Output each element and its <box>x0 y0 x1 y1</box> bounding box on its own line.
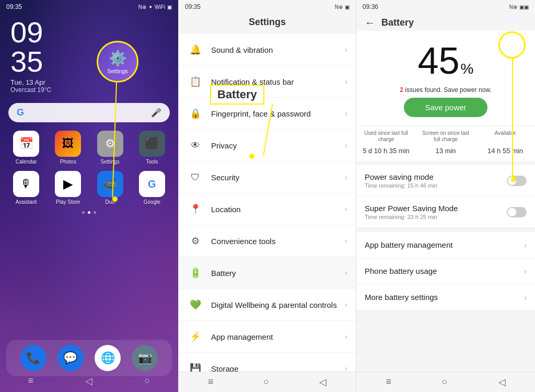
clock-display: 09 35 <box>10 18 168 76</box>
app-calendar[interactable]: 📅 Calendar <box>8 131 44 165</box>
app-battery-chevron: › <box>524 241 527 249</box>
issues-count: 2 <box>400 86 403 94</box>
app-settings[interactable]: ⚙ Settings <box>92 131 128 165</box>
dock-camera[interactable]: 📷 <box>129 345 161 371</box>
settings-item-sound[interactable]: 🔔 Sound & vibration › <box>179 34 356 66</box>
camera-icon: 📷 <box>132 345 158 371</box>
settings-item-security[interactable]: 🛡 Security › <box>179 162 356 193</box>
power-saving-title: Power saving mode <box>365 172 507 181</box>
settings-nav-back[interactable]: ◁ <box>319 376 327 388</box>
wifi-icon: WiFi <box>155 4 165 10</box>
fingerprint-icon: 🔒 <box>187 105 204 122</box>
app-duo[interactable]: 📹 Duo <box>92 171 128 205</box>
nav-menu[interactable]: ≡ <box>28 375 34 387</box>
power-saving-row: Power saving mode Time remaining: 15 h 4… <box>356 165 535 197</box>
app-photos[interactable]: 🖼 Photos <box>50 131 86 165</box>
settings-item-appmanagement[interactable]: ⚡ App management › <box>179 321 356 353</box>
nav-back[interactable]: ◁ <box>85 375 92 387</box>
status-time-settings: 09:35 <box>185 3 201 10</box>
mic-icon[interactable]: 🎤 <box>151 108 161 118</box>
stat-available: Available 14 h 55 min <box>475 130 535 155</box>
power-saving-toggle[interactable] <box>507 176 527 186</box>
settings-wifi-icon: ▣ <box>345 4 350 10</box>
battery-panel: 09:36 N⊕ ▣▣ ← Battery 45 % 2 issues foun… <box>356 0 535 392</box>
battery-nav-menu[interactable]: ≡ <box>386 376 391 388</box>
phone-icon: 📞 <box>20 345 46 371</box>
location-icon: 📍 <box>187 201 204 217</box>
weather-display: Overcast 19°C <box>10 86 168 94</box>
page-dots <box>0 211 178 214</box>
battery-stats-row: Used since last full charge 5 d 10 h 35 … <box>356 125 535 161</box>
app-grid-row2: 🎙 Assistant ▶ Play Store 📹 Duo G Google <box>0 169 178 207</box>
more-battery-row[interactable]: More battery settings › <box>356 284 535 310</box>
app-playstore[interactable]: ▶ Play Store <box>50 171 86 205</box>
status-bar-battery: 09:36 N⊕ ▣▣ <box>356 0 535 13</box>
clock-hour: 09 <box>10 16 43 49</box>
convenience-label: Convenience tools <box>211 237 345 246</box>
settings-item-storage[interactable]: 💾 Storage › <box>179 353 356 374</box>
save-power-button[interactable]: Save power <box>404 98 487 117</box>
wellbeing-icon: 💚 <box>187 296 204 313</box>
settings-panel: 09:35 N⊕ ▣ Settings Battery 🔔 Sound & vi… <box>178 0 356 392</box>
settings-item-fingerprint[interactable]: 🔒 Fingerprint, face & password › <box>179 98 356 130</box>
settings-item-battery[interactable]: 🔋 Battery › <box>179 257 356 289</box>
battery-icon-home: ▣ <box>167 4 172 10</box>
dock-phone[interactable]: 📞 <box>17 345 50 371</box>
settings-item-notification[interactable]: 📋 Notification & status bar › <box>179 66 356 98</box>
search-bar[interactable]: G 🎤 <box>8 103 170 122</box>
power-saving-text: Power saving mode Time remaining: 15 h 4… <box>365 172 507 189</box>
status-bar-home: 09:35 N⊕ ✦ WiFi ▣ <box>0 0 178 13</box>
super-saving-toggle[interactable] <box>507 207 527 217</box>
settings-title: Settings <box>179 13 356 34</box>
stat-used: Used since last full charge 5 d 10 h 35 … <box>356 130 416 155</box>
power-saving-sub: Time remaining: 15 h 46 min <box>365 182 507 189</box>
home-dock: 📞 💬 🌐 📷 <box>6 340 172 376</box>
settings-signal-icon: N⊕ <box>335 4 343 10</box>
battery-navbar: ≡ ○ ◁ <box>356 372 535 392</box>
settings-icon-circle[interactable]: ⚙️ Settings <box>97 41 138 83</box>
battery-annotation-box: Battery <box>210 85 264 105</box>
settings-item-wellbeing[interactable]: 💚 Digital Wellbeing & parental controls … <box>179 289 356 321</box>
settings-app-label: Settings <box>101 159 120 165</box>
battery-nav-home[interactable]: ○ <box>442 376 448 388</box>
settings-item-location[interactable]: 📍 Location › <box>179 193 356 225</box>
settings-nav-home[interactable]: ○ <box>263 376 269 388</box>
dock-chrome[interactable]: 🌐 <box>91 345 124 371</box>
nav-home[interactable]: ○ <box>145 375 150 387</box>
appmanagement-icon: ⚡ <box>187 328 204 345</box>
calendar-icon: 📅 <box>13 131 39 157</box>
app-tools[interactable]: ⬛ Tools <box>134 131 170 165</box>
google-logo: G <box>17 107 24 118</box>
assistant-label: Assistant <box>16 199 37 205</box>
settings-nav-menu[interactable]: ≡ <box>208 376 214 388</box>
app-grid-row1: 📅 Calendar 🖼 Photos ⚙ Settings ⬛ Tools <box>0 126 178 169</box>
stat-screen: Screen on since last full charge 13 min <box>416 130 475 155</box>
home-navbar: ≡ ◁ ○ <box>0 373 178 389</box>
app-google[interactable]: G Google <box>134 171 170 205</box>
battery-menu-label: Battery <box>211 269 345 278</box>
back-button[interactable]: ← <box>365 17 375 29</box>
playstore-label: Play Store <box>56 199 80 205</box>
battery-nav-back[interactable]: ◁ <box>498 376 506 388</box>
stat-screen-value: 13 min <box>419 147 472 155</box>
app-battery-row[interactable]: App battery management › <box>356 232 535 258</box>
battery-menu-icon: 🔋 <box>187 264 204 281</box>
settings-annotation: ⚙️ Settings <box>97 41 138 83</box>
app-assistant[interactable]: 🎙 Assistant <box>8 171 44 205</box>
battery-annotation-text: Battery <box>217 88 257 101</box>
phone-battery-row[interactable]: Phone battery usage › <box>356 258 535 284</box>
settings-item-convenience[interactable]: ⚙ Convenience tools › <box>179 225 356 257</box>
stat-available-value: 14 h 55 min <box>479 147 532 155</box>
status-bar-settings: 09:35 N⊕ ▣ <box>179 0 356 13</box>
super-saving-row: Super Power Saving Mode Time remaining: … <box>356 197 535 228</box>
phone-battery-label: Phone battery usage <box>365 267 524 275</box>
bluetooth-icon: ✦ <box>148 4 153 10</box>
battery-signal-icon: N⊕ <box>509 4 517 10</box>
convenience-icon: ⚙ <box>187 233 204 249</box>
status-icons-home: N⊕ ✦ WiFi ▣ <box>138 4 172 10</box>
dock-messages[interactable]: 💬 <box>54 345 87 371</box>
annotation-line-3 <box>512 57 513 178</box>
home-screen-panel: 09:35 N⊕ ✦ WiFi ▣ 09 35 Tue, 13 Apr Over… <box>0 0 178 392</box>
photos-label: Photos <box>60 159 76 165</box>
battery-nav-section: App battery management › Phone battery u… <box>356 232 535 310</box>
